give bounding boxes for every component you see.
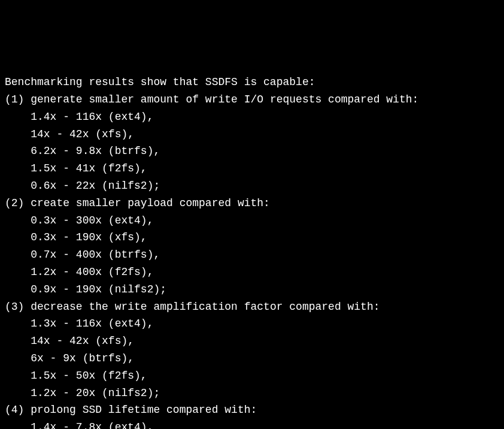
section-title: prolong SSD lifetime compared with:: [31, 404, 257, 416]
section-num: (2): [5, 197, 24, 209]
benchmark-item: 0.9x - 190x (nilfs2);: [5, 281, 499, 298]
benchmark-item: 0.3x - 190x (xfs),: [5, 229, 499, 246]
benchmark-item: 6x - 9x (btrfs),: [5, 350, 499, 367]
section-header: (1) generate smaller amount of write I/O…: [5, 91, 499, 108]
benchmark-item: 14x - 42x (xfs),: [5, 126, 499, 143]
section-title: create smaller payload compared with:: [31, 197, 270, 209]
section-header: (3) decrease the write amplification fac…: [5, 298, 499, 316]
section-num: (4): [5, 404, 24, 416]
benchmark-item: 14x - 42x (xfs),: [5, 333, 499, 350]
section-title: generate smaller amount of write I/O req…: [31, 93, 418, 105]
section-header: (2) create smaller payload compared with…: [5, 195, 499, 212]
benchmark-item: 0.6x - 22x (nilfs2);: [5, 177, 499, 195]
benchmark-item: 0.3x - 300x (ext4),: [5, 212, 499, 229]
benchmark-item: 0.7x - 400x (btrfs),: [5, 246, 499, 264]
header-line: Benchmarking results show that SSDFS is …: [5, 74, 499, 91]
benchmark-item: 1.4x - 116x (ext4),: [5, 108, 499, 126]
section-header: (4) prolong SSD lifetime compared with:: [5, 401, 499, 419]
section-title: decrease the write amplification factor …: [31, 301, 379, 313]
benchmark-item: 6.2x - 9.8x (btrfs),: [5, 143, 499, 160]
benchmark-item: 1.5x - 50x (f2fs),: [5, 367, 499, 385]
section-num: (1): [5, 93, 24, 105]
section-num: (3): [5, 301, 24, 313]
benchmark-item: 1.2x - 400x (f2fs),: [5, 264, 499, 281]
benchmark-item: 1.5x - 41x (f2fs),: [5, 160, 499, 177]
benchmark-item: 1.4x - 7.8x (ext4),: [5, 419, 499, 429]
benchmark-item: 1.3x - 116x (ext4),: [5, 315, 499, 333]
benchmark-item: 1.2x - 20x (nilfs2);: [5, 385, 499, 402]
